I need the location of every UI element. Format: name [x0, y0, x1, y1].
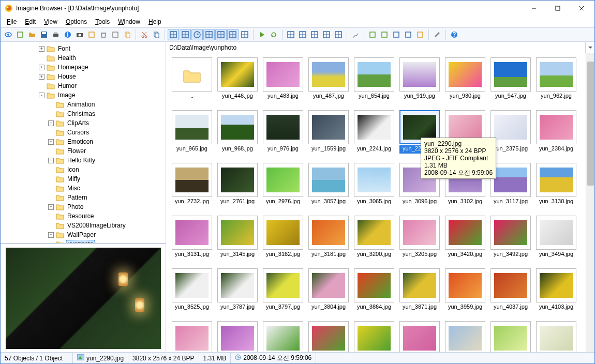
tree-node-yunphoto[interactable]: yunphoto	[1, 239, 166, 244]
scrollbar-thumb[interactable]	[587, 62, 594, 186]
thumb-item[interactable]: yun_487.jpg	[308, 57, 349, 101]
tools4-icon[interactable]	[403, 29, 414, 40]
help-icon[interactable]: ?	[449, 29, 460, 40]
tree-node-icon[interactable]: Icon	[1, 165, 166, 174]
thumb-item[interactable]: yun_2732.jpg	[171, 163, 213, 206]
tree-node-animation[interactable]: Animation	[1, 100, 166, 109]
thumb-item[interactable]: yun_4140.jpg	[444, 321, 486, 352]
thumb-item[interactable]: yun_4037.jpg	[490, 268, 531, 312]
tree-node-cursors[interactable]: Cursors	[1, 128, 166, 137]
menu-help[interactable]: Help	[144, 17, 166, 26]
thumb-item[interactable]: yun_446.jpg	[217, 57, 258, 101]
folder-tree-pane[interactable]: +FontHealth+Homepage+HouseHumor-ImageAni…	[1, 42, 166, 244]
thumb-item[interactable]: yun_2241.jpg	[353, 110, 395, 154]
thumb-item[interactable]: yun_3162.jpg	[262, 216, 304, 259]
save-icon[interactable]	[38, 29, 50, 40]
menu-window[interactable]: Window	[114, 17, 144, 26]
menu-options[interactable]: Options	[62, 17, 91, 26]
thumb-item[interactable]: yun_4125.jpg	[308, 321, 349, 352]
tree-node-resource[interactable]: Resource	[1, 211, 166, 221]
thumb-item[interactable]: yun_4110.jpg	[171, 321, 213, 352]
thumb-item[interactable]: yun_930.jpg	[444, 57, 486, 101]
thumb-item[interactable]: yun_3145.jpg	[217, 216, 258, 259]
play-icon[interactable]	[256, 29, 267, 40]
thumb-item[interactable]: yun_3130.jpg	[536, 163, 577, 206]
trash-icon[interactable]	[98, 29, 109, 40]
cut-icon[interactable]	[139, 29, 150, 40]
tree-node-health[interactable]: Health	[1, 53, 166, 63]
thumb-item[interactable]: yun_4150.jpg	[536, 321, 577, 352]
expand-toggle[interactable]: +	[48, 120, 54, 126]
thumb-item[interactable]: yun_4130.jpg	[353, 321, 395, 352]
layout1-icon[interactable]	[168, 29, 179, 40]
picture-icon[interactable]	[14, 29, 26, 40]
new-note-icon[interactable]	[86, 29, 97, 40]
print-icon[interactable]	[50, 29, 62, 40]
menu-tools[interactable]: Tools	[91, 17, 114, 26]
maximize-button[interactable]	[546, 1, 570, 16]
thumb-item[interactable]: yun_3804.jpg	[308, 268, 349, 312]
camera-icon[interactable]	[74, 29, 85, 40]
info-icon[interactable]: i	[62, 29, 73, 40]
edit-icon[interactable]	[432, 29, 443, 40]
thumb-item[interactable]: yun_3057.jpg	[308, 163, 349, 206]
path-input[interactable]	[166, 43, 585, 52]
layout4-icon[interactable]	[215, 29, 227, 40]
thumb-item[interactable]: yun_4120.jpg	[262, 321, 304, 352]
menu-edit[interactable]: Edit	[21, 17, 40, 26]
tree-node-hello-kitty[interactable]: +Hello Kitty	[1, 156, 166, 165]
layout3-icon[interactable]	[203, 29, 215, 40]
tools2-icon[interactable]	[379, 29, 390, 40]
menu-view[interactable]: View	[40, 17, 62, 26]
minimize-button[interactable]	[522, 1, 546, 16]
eye-icon[interactable]	[3, 29, 14, 40]
menu-file[interactable]: File	[3, 17, 21, 26]
tree-node-pattern[interactable]: Pattern	[1, 193, 166, 202]
monitor-icon[interactable]	[239, 29, 250, 40]
tree-node-misc[interactable]: Misc	[1, 184, 166, 193]
thumb-updir[interactable]: ..	[171, 57, 213, 101]
thumb-item[interactable]: yun_3959.jpg	[444, 268, 486, 312]
thumb-item[interactable]: yun_654.jpg	[353, 57, 395, 101]
thumb-item[interactable]: yun_962.jpg	[536, 57, 577, 101]
close-button[interactable]	[570, 1, 593, 16]
view5-icon[interactable]	[333, 29, 344, 40]
thumb-item[interactable]: yun_483.jpg	[262, 57, 304, 101]
tools5-icon[interactable]	[414, 29, 426, 40]
folder-open-icon[interactable]	[26, 29, 38, 40]
thumb-item[interactable]: yun_2384.jpg	[536, 110, 577, 154]
thumbnail-area[interactable]: ..yun_446.jpgyun_483.jpgyun_487.jpgyun_6…	[166, 53, 586, 352]
tree-node-emoticon[interactable]: +Emoticon	[1, 137, 166, 146]
thumb-item[interactable]: yun_1559.jpg	[308, 110, 349, 154]
tree-node-vs2008imagelibrary[interactable]: VS2008ImageLibrary	[1, 221, 166, 230]
layout2-icon[interactable]	[180, 29, 191, 40]
thumb-item[interactable]: yun_4135.jpg	[399, 321, 440, 352]
tree-node-christmas[interactable]: Christmas	[1, 109, 166, 118]
thumb-item[interactable]: yun_3205.jpg	[399, 216, 440, 259]
thumb-item[interactable]: yun_3181.jpg	[308, 216, 349, 259]
thumb-item[interactable]: yun_4145.jpg	[490, 321, 531, 352]
thumb-item[interactable]: yun_3787.jpg	[217, 268, 258, 312]
thumb-item[interactable]: yun_3200.jpg	[353, 216, 395, 259]
db-icon[interactable]	[110, 29, 121, 40]
thumb-item[interactable]: yun_947.jpg	[490, 57, 531, 101]
expand-toggle[interactable]: +	[39, 46, 44, 52]
clock-icon[interactable]	[191, 29, 203, 40]
expand-toggle[interactable]: +	[48, 204, 54, 210]
thumb-item[interactable]: yun_3492.jpg	[490, 216, 531, 259]
expand-toggle[interactable]: -	[39, 93, 44, 98]
vertical-scrollbar[interactable]	[586, 53, 594, 352]
tree-node-font[interactable]: +Font	[1, 44, 166, 53]
view1-icon[interactable]	[285, 29, 296, 40]
tree-node-cliparts[interactable]: +ClipArts	[1, 118, 166, 128]
thumb-item[interactable]: yun_2976.jpg	[262, 163, 304, 206]
tree-node-homepage[interactable]: +Homepage	[1, 63, 166, 72]
tools3-icon[interactable]	[391, 29, 402, 40]
view2-icon[interactable]	[297, 29, 308, 40]
path-dropdown-button[interactable]	[585, 42, 594, 53]
wrench-icon[interactable]	[350, 29, 361, 40]
tree-node-image[interactable]: -Image	[1, 90, 166, 100]
tree-node-flower[interactable]: Flower	[1, 146, 166, 156]
thumb-item[interactable]: yun_3525.jpg	[171, 268, 213, 312]
view4-icon[interactable]	[321, 29, 332, 40]
